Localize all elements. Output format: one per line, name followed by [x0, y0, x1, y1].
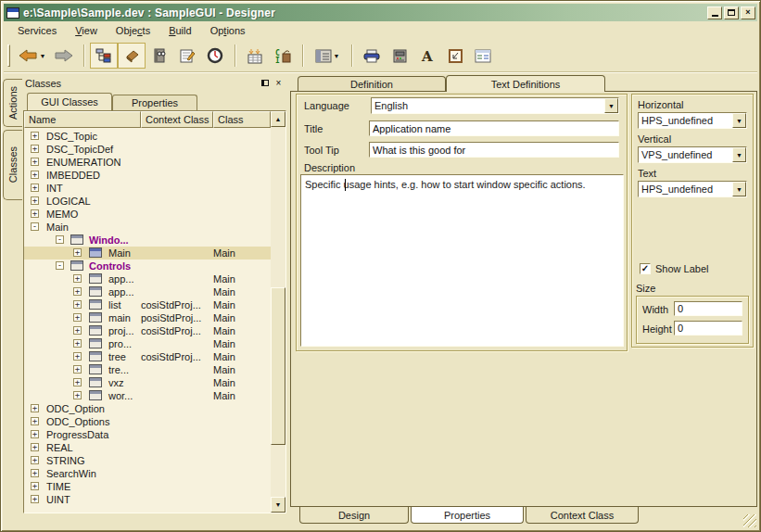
tree-row[interactable]: +MainMain: [24, 247, 271, 260]
expand-icon[interactable]: +: [31, 171, 39, 179]
expand-icon[interactable]: +: [31, 417, 39, 425]
expand-icon[interactable]: +: [31, 430, 39, 438]
tree-row[interactable]: +pro...Main: [24, 337, 271, 350]
device-button[interactable]: [386, 43, 413, 69]
tree-row[interactable]: +ODC_Option: [24, 402, 271, 415]
tree-row[interactable]: -Controls: [24, 260, 271, 272]
tab-properties[interactable]: Properties: [112, 95, 197, 110]
edit-note-button[interactable]: [173, 43, 201, 69]
chevron-down-icon[interactable]: ▼: [604, 98, 618, 113]
menu-services[interactable]: Services: [9, 23, 65, 38]
collapse-icon[interactable]: -: [56, 235, 64, 244]
chevron-down-icon[interactable]: ▼: [732, 147, 746, 162]
chevron-down-icon[interactable]: ▼: [732, 182, 746, 196]
width-input[interactable]: [674, 301, 742, 316]
expand-icon[interactable]: +: [73, 339, 82, 348]
tree-row[interactable]: +MEMO: [24, 208, 271, 221]
tree-row[interactable]: +tre...Main: [24, 363, 271, 376]
sidebar-tab-classes[interactable]: Classes: [3, 130, 22, 200]
tab-context-class[interactable]: Context Class: [526, 507, 639, 524]
tree-row[interactable]: +ProgressData: [24, 428, 271, 441]
eraser-toggle[interactable]: [118, 43, 146, 69]
tab-definition[interactable]: Definition: [298, 76, 446, 92]
height-input[interactable]: [674, 321, 742, 336]
tree-row[interactable]: +TIME: [24, 480, 271, 493]
chevron-down-icon[interactable]: ▼: [732, 113, 746, 128]
link-button[interactable]: [441, 43, 469, 69]
expand-icon[interactable]: +: [73, 391, 82, 399]
tree-row[interactable]: +listcosiStdProj...Main: [24, 298, 271, 311]
tab-properties-bottom[interactable]: Properties: [411, 507, 524, 524]
class-hierarchy-toggle[interactable]: [90, 43, 118, 69]
scrollbar-track[interactable]: ▲ ▼: [271, 111, 285, 513]
vertical-combo[interactable]: VPS_undefined ▼: [638, 146, 747, 163]
menu-build[interactable]: Build: [160, 23, 199, 38]
import-grid-button[interactable]: [241, 43, 269, 69]
expand-icon[interactable]: +: [31, 196, 39, 205]
panel-close-button[interactable]: ×: [273, 78, 285, 89]
chevron-down-icon[interactable]: ▼: [40, 53, 46, 59]
app-icon[interactable]: [6, 7, 19, 19]
expand-icon[interactable]: +: [31, 495, 39, 503]
scrollbar-thumb[interactable]: [271, 287, 285, 445]
tree-row[interactable]: +SearchWin: [24, 467, 271, 480]
minimize-button[interactable]: [707, 6, 722, 19]
tree-row[interactable]: +DSC_Topic: [24, 130, 271, 143]
menu-view[interactable]: View: [67, 23, 106, 38]
expand-icon[interactable]: +: [31, 456, 39, 464]
window-selector-button[interactable]: ▼: [309, 43, 346, 69]
expand-icon[interactable]: +: [31, 443, 39, 451]
toolbar-grip[interactable]: [7, 44, 10, 67]
tree-row[interactable]: +proj...cosiStdProj...Main: [24, 324, 271, 337]
expand-icon[interactable]: +: [31, 482, 39, 490]
library-book-button[interactable]: [146, 43, 173, 69]
expand-icon[interactable]: +: [73, 300, 82, 309]
tree-row[interactable]: +app...Main: [24, 285, 271, 298]
tab-gui-classes[interactable]: GUI Classes: [27, 93, 112, 110]
close-button[interactable]: ×: [741, 6, 755, 19]
tree-row[interactable]: +DSC_TopicDef: [24, 143, 271, 156]
expand-icon[interactable]: +: [73, 352, 82, 361]
maximize-button[interactable]: [724, 6, 739, 19]
scroll-down-button[interactable]: ▼: [271, 497, 285, 513]
column-header-context-class[interactable]: Context Class: [141, 111, 213, 128]
window-list-button[interactable]: [469, 43, 497, 69]
print-button[interactable]: [358, 43, 386, 69]
column-header-name[interactable]: Name: [24, 111, 141, 128]
clock-button[interactable]: [201, 43, 229, 69]
tree-row[interactable]: +STRING: [24, 454, 271, 467]
tab-design[interactable]: Design: [299, 507, 409, 524]
expand-icon[interactable]: +: [31, 158, 39, 166]
expand-icon[interactable]: +: [31, 184, 39, 192]
tree-row[interactable]: -Main: [24, 221, 271, 234]
column-header-class[interactable]: Class: [213, 111, 271, 128]
tree-row[interactable]: +REAL: [24, 441, 271, 454]
tree-row[interactable]: +UINT: [24, 493, 271, 506]
tab-text-definitions[interactable]: Text Definitions: [446, 75, 605, 92]
expand-icon[interactable]: +: [73, 287, 82, 296]
tree-row[interactable]: +ENUMERATION: [24, 156, 271, 169]
language-combo[interactable]: English ▼: [371, 97, 619, 114]
font-button[interactable]: A: [413, 43, 441, 69]
tree-row[interactable]: +LOGICAL: [24, 195, 271, 208]
expand-icon[interactable]: +: [73, 365, 82, 374]
tree-row[interactable]: -Windo...: [24, 234, 271, 247]
expand-icon[interactable]: +: [31, 145, 39, 153]
forward-button[interactable]: [50, 43, 78, 69]
horizontal-combo[interactable]: HPS_undefined ▼: [638, 112, 747, 129]
dock-button[interactable]: [259, 78, 271, 89]
expand-icon[interactable]: +: [73, 248, 82, 257]
menu-options[interactable]: Options: [202, 23, 254, 38]
show-label-checkbox[interactable]: ✓ Show Label: [640, 263, 709, 274]
expand-icon[interactable]: +: [31, 404, 39, 412]
scroll-up-button[interactable]: ▲: [271, 111, 285, 127]
title-input[interactable]: [369, 120, 619, 136]
expand-icon[interactable]: +: [73, 378, 82, 386]
expand-icon[interactable]: +: [73, 274, 82, 283]
tree-row[interactable]: +treecosiStdProj...Main: [24, 350, 271, 363]
tree-row[interactable]: +wor...Main: [24, 389, 271, 402]
tree-row[interactable]: +IMBEDDED: [24, 169, 271, 182]
expand-icon[interactable]: +: [73, 313, 82, 322]
text-combo[interactable]: HPS_undefined ▼: [638, 181, 747, 197]
description-textarea[interactable]: Specific usage hints, e.g. how to start …: [300, 174, 624, 347]
